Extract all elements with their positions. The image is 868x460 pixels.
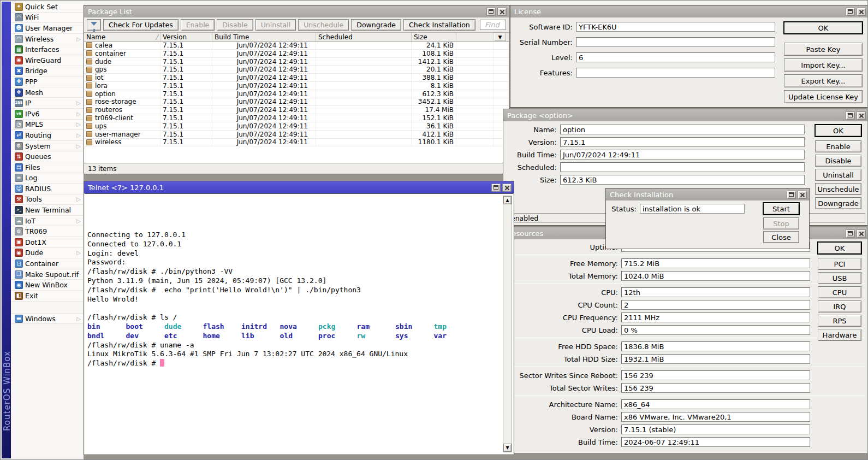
- cpu-field[interactable]: 12th: [621, 287, 810, 297]
- ok-button[interactable]: OK: [815, 125, 861, 137]
- sidebar-item-container[interactable]: ⊡ Container: [11, 258, 84, 269]
- total-hdd-size-field[interactable]: 1932.1 MiB: [621, 354, 810, 364]
- name-field[interactable]: option: [560, 125, 805, 134]
- sidebar-item-log[interactable]: ≡ Log: [11, 173, 84, 184]
- maximize-button[interactable]: [486, 8, 496, 16]
- find-input[interactable]: Find: [480, 20, 506, 30]
- column-selector-button[interactable]: ▼: [494, 33, 506, 41]
- maximize-button[interactable]: [787, 191, 796, 199]
- scroll-down-icon[interactable]: ▼: [503, 444, 512, 452]
- sidebar-item-ipv6[interactable]: v6 IPv6 ▷: [11, 109, 84, 120]
- software-id-field[interactable]: YFTK-EK6U: [576, 22, 775, 32]
- column-header-name[interactable]: Name∕: [84, 33, 160, 41]
- hardware-button[interactable]: Hardware: [818, 329, 861, 341]
- table-row-gps[interactable]: gps7.15.1Jun/07/2024 12:49:1120.1 KiB: [84, 66, 509, 74]
- sidebar-item-new-terminal[interactable]: >_ New Terminal: [11, 205, 84, 216]
- sidebar-item-make-supout-rif[interactable]: ❒ Make Supout.rif: [11, 269, 84, 280]
- table-row-ups[interactable]: ups7.15.1Jun/07/2024 12:49:1136.1 KiB: [84, 122, 509, 131]
- sidebar-item-user-manager[interactable]: ☻ User Manager: [11, 23, 84, 34]
- check-installation-titlebar[interactable]: Check Installation: [606, 188, 809, 200]
- export-key-button[interactable]: Export Key...: [784, 74, 863, 87]
- total-sector-writes-field[interactable]: 156 239: [621, 383, 810, 393]
- board-name-field[interactable]: x86 VMware, Inc. VMware20,1: [621, 412, 810, 422]
- ok-button[interactable]: OK: [784, 22, 863, 34]
- table-row-option[interactable]: option7.15.1Jun/07/2024 12:49:11612.3 Ki…: [84, 90, 509, 98]
- scroll-up-icon[interactable]: ▲: [503, 196, 512, 204]
- table-row-lora[interactable]: lora7.15.1Jun/07/2024 12:49:118.1 KiB: [84, 82, 509, 90]
- column-header-item[interactable]: [456, 33, 494, 41]
- terminal-area[interactable]: Connecting to 127.0.0.1Connected to 127.…: [85, 193, 513, 454]
- sidebar-item-ip[interactable]: 255 IP ▷: [11, 98, 84, 109]
- ok-button[interactable]: OK: [818, 242, 861, 254]
- cpu-load-field[interactable]: 0 %: [621, 325, 810, 335]
- unschedule-button[interactable]: Unschedule: [815, 183, 861, 195]
- column-header-size[interactable]: Size: [412, 33, 456, 41]
- free-hdd-space-field[interactable]: 1836.8 MiB: [621, 341, 810, 351]
- close-button[interactable]: Close: [763, 231, 799, 243]
- table-row-user-manager[interactable]: user-manager7.15.1Jun/07/2024 12:49:1141…: [84, 131, 509, 139]
- sector-writes-since-reboot-field[interactable]: 156 239: [621, 370, 810, 380]
- close-button[interactable]: [857, 229, 866, 238]
- features-field[interactable]: [576, 68, 775, 78]
- start-button[interactable]: Start: [763, 203, 799, 215]
- rps-button[interactable]: RPS: [818, 315, 861, 327]
- sidebar-item-exit[interactable]: ◧ Exit: [11, 291, 84, 302]
- level-field[interactable]: 6: [576, 52, 775, 62]
- check-installation-button[interactable]: Check Installation: [403, 19, 475, 31]
- sidebar-item-new-winbox[interactable]: ◉ New WinBox: [11, 280, 84, 291]
- column-header-version[interactable]: Version: [160, 33, 212, 41]
- version-field[interactable]: 7.15.1 (stable): [621, 424, 810, 434]
- cpu-button[interactable]: CPU: [818, 286, 861, 298]
- close-button[interactable]: [798, 191, 807, 199]
- filter-button[interactable]: [87, 19, 101, 31]
- usb-button[interactable]: USB: [818, 272, 861, 284]
- sidebar-item-ppp[interactable]: ✚ PPP: [11, 76, 84, 87]
- uninstall-button[interactable]: Uninstall: [815, 169, 861, 181]
- sidebar-item-mesh[interactable]: ❖ Mesh: [11, 87, 84, 98]
- free-memory-field[interactable]: 715.2 MiB: [621, 258, 810, 268]
- sidebar-item-queues[interactable]: ⇅ Queues: [11, 151, 84, 162]
- sidebar-item-radius[interactable]: ☺ RADIUS: [11, 184, 84, 194]
- package-option-titlebar[interactable]: Package <option>: [503, 109, 868, 121]
- version-field[interactable]: 7.15.1: [560, 137, 805, 147]
- table-row-calea[interactable]: calea7.15.1Jun/07/2024 12:49:1124.1 KiB: [84, 42, 509, 50]
- check-for-updates-button[interactable]: Check For Updates: [103, 19, 179, 31]
- update-license-key-button[interactable]: Update License Key: [784, 90, 863, 103]
- cpu-count-field[interactable]: 2: [621, 300, 810, 310]
- sidebar-item-interfaces[interactable]: ▦ Interfaces: [11, 44, 84, 55]
- downgrade-button[interactable]: Downgrade: [815, 197, 861, 209]
- maximize-button[interactable]: [846, 229, 855, 238]
- sidebar-item-files[interactable]: ▤ Files: [11, 162, 84, 173]
- license-titlebar[interactable]: License: [510, 5, 868, 17]
- sidebar-item-dot1x[interactable]: ▣ Dot1X: [11, 237, 84, 248]
- sidebar-item-tools[interactable]: ⚒ Tools ▷: [11, 194, 84, 205]
- sidebar-item-wifi[interactable]: ◠ WiFi: [11, 13, 84, 23]
- close-button[interactable]: [502, 184, 512, 192]
- build-time-field[interactable]: Jun/07/2024 12:49:11: [560, 150, 805, 160]
- maximize-button[interactable]: [491, 184, 501, 192]
- downgrade-button[interactable]: Downgrade: [351, 19, 401, 31]
- table-row-tr069-client[interactable]: tr069-client7.15.1Jun/07/2024 12:49:1115…: [84, 114, 509, 122]
- status-field[interactable]: installation is ok: [640, 204, 745, 214]
- enable-button[interactable]: Enable: [815, 140, 861, 152]
- sidebar-item-wireguard[interactable]: ◉ WireGuard: [11, 55, 84, 66]
- scheduled-field[interactable]: [560, 162, 805, 172]
- sidebar-item-bridge[interactable]: ✖ Bridge: [11, 66, 84, 77]
- serial-number-field[interactable]: [576, 37, 775, 47]
- sidebar-item-quick-set[interactable]: ✦ Quick Set: [11, 2, 84, 13]
- column-header-build-time[interactable]: Build Time: [212, 33, 316, 41]
- sidebar-item-routing[interactable]: ⇄ Routing ▷: [11, 130, 84, 141]
- total-memory-field[interactable]: 1024.0 MiB: [621, 271, 810, 281]
- maximize-button[interactable]: [846, 111, 855, 120]
- architecture-name-field[interactable]: x86_64: [621, 399, 810, 409]
- disable-button[interactable]: Disable: [815, 155, 861, 167]
- paste-key-button[interactable]: Paste Key: [784, 43, 863, 56]
- import-key-button[interactable]: Import Key...: [784, 58, 863, 72]
- size-field[interactable]: 612.3 KiB: [560, 175, 805, 185]
- maximize-button[interactable]: [846, 8, 855, 16]
- sidebar-item-system[interactable]: ⚙ System ▷: [11, 141, 84, 152]
- package-list-titlebar[interactable]: Package List: [84, 5, 509, 17]
- cpu-frequency-field[interactable]: 2111 MHz: [621, 312, 810, 322]
- table-row-iot[interactable]: iot7.15.1Jun/07/2024 12:49:11388.1 KiB: [84, 74, 509, 82]
- sidebar-item-mpls[interactable]: ◔ MPLS ▷: [11, 120, 84, 131]
